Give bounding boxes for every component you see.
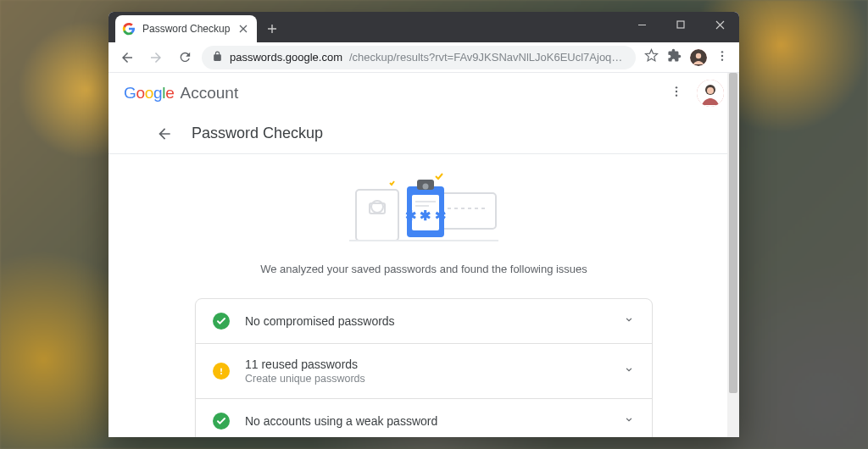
browser-menu-icon[interactable] [715, 49, 729, 66]
summary-text: We analyzed your saved passwords and fou… [108, 261, 739, 298]
svg-point-5 [721, 58, 723, 60]
svg-point-26 [220, 373, 222, 374]
results-list: No compromised passwords 11 reused passw… [195, 298, 653, 438]
browser-toolbar: passwords.google.com/checkup/results?rvt… [108, 42, 739, 73]
svg-point-7 [676, 91, 677, 92]
result-subtitle: Create unique passwords [245, 373, 608, 385]
chevron-down-icon [623, 413, 635, 429]
google-account-logo[interactable]: Google Account [124, 84, 238, 103]
url-path: /checkup/results?rvt=FAv9JKSNavNlLJoK6EU… [349, 51, 626, 64]
nav-reload-button[interactable] [173, 46, 197, 69]
result-title: 11 reused passwords [245, 358, 608, 371]
back-button[interactable] [154, 124, 175, 144]
chevron-down-icon [623, 313, 635, 329]
browser-tab-active[interactable]: Password Checkup [115, 15, 257, 42]
tab-favicon-icon [122, 22, 136, 36]
tab-close-icon[interactable] [236, 22, 250, 36]
bookmark-star-icon[interactable] [644, 48, 659, 66]
result-compromised[interactable]: No compromised passwords [196, 299, 652, 343]
scrollbar[interactable] [727, 73, 739, 437]
tab-title: Password Checkup [142, 23, 230, 35]
address-bar[interactable]: passwords.google.com/checkup/results?rvt… [202, 46, 636, 69]
new-tab-button[interactable] [260, 17, 284, 41]
svg-rect-15 [441, 193, 496, 229]
account-label: Account [181, 84, 239, 103]
svg-point-4 [721, 54, 723, 56]
nav-forward-button[interactable] [144, 46, 168, 69]
svg-point-21 [423, 184, 429, 190]
result-weak[interactable]: No accounts using a weak password [196, 398, 652, 438]
lock-icon [212, 51, 223, 64]
svg-point-2 [696, 53, 701, 58]
chevron-down-icon [623, 363, 635, 379]
result-title: No accounts using a weak password [245, 414, 608, 428]
window-maximize-button[interactable] [661, 12, 700, 37]
account-avatar[interactable] [697, 80, 724, 107]
warning-icon [213, 363, 230, 380]
result-title: No compromised passwords [245, 314, 608, 328]
window-minimize-button[interactable] [622, 12, 661, 37]
checkup-illustration: ✱ ✱ ✱ [108, 168, 739, 261]
checkmark-icon [213, 313, 230, 330]
result-reused[interactable]: 11 reused passwords Create unique passwo… [196, 343, 652, 398]
svg-rect-12 [356, 190, 398, 241]
page-content: Google Account Password Checkup [108, 73, 739, 437]
svg-point-3 [721, 51, 723, 53]
svg-point-8 [676, 94, 677, 96]
svg-point-11 [707, 87, 714, 94]
browser-window: Password Checkup passwords.google.com/ch… [108, 12, 739, 437]
page-body: ✱ ✱ ✱ We analyzed your saved passwords a… [108, 154, 739, 437]
page-header: Password Checkup [108, 114, 739, 154]
google-logo-text: Google [124, 84, 175, 103]
window-controls [622, 12, 739, 37]
svg-point-6 [676, 86, 677, 88]
browser-titlebar: Password Checkup [108, 12, 739, 42]
scrollbar-thumb[interactable] [729, 73, 737, 393]
profile-avatar-icon[interactable] [690, 49, 707, 66]
window-close-button[interactable] [700, 12, 739, 37]
url-domain: passwords.google.com [230, 51, 342, 64]
nav-back-button[interactable] [115, 46, 139, 69]
svg-text:✱ ✱ ✱: ✱ ✱ ✱ [405, 208, 446, 223]
header-menu-icon[interactable] [670, 85, 683, 102]
svg-rect-0 [677, 21, 684, 28]
extensions-icon[interactable] [667, 48, 682, 66]
svg-rect-25 [220, 368, 222, 372]
checkmark-icon [213, 413, 230, 430]
toolbar-right-icons [641, 48, 732, 66]
google-account-header: Google Account [108, 73, 739, 114]
page-title: Password Checkup [192, 125, 323, 142]
